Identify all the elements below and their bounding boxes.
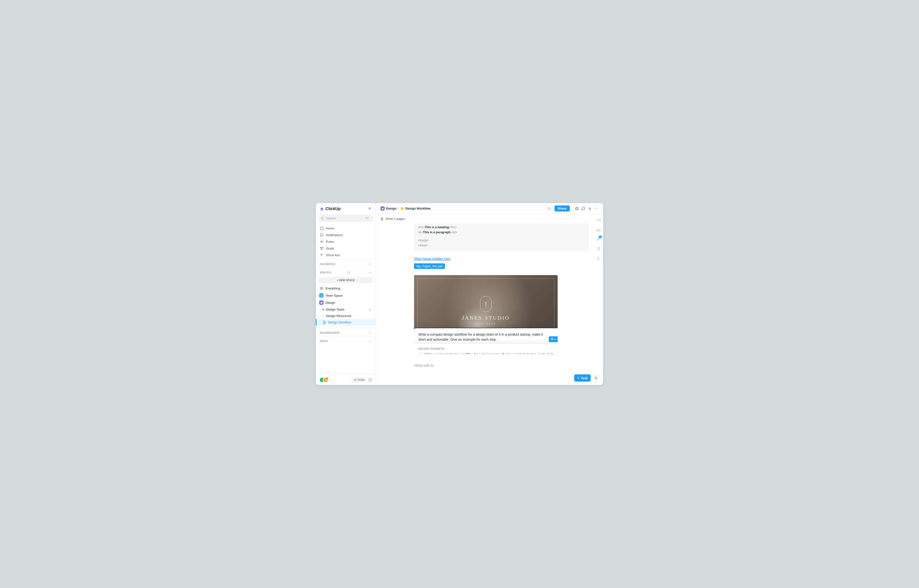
right-rail: Aa 1 bbox=[596, 218, 601, 262]
pencil-icon bbox=[418, 353, 422, 354]
recent-prompt-text: Write a compact design workflow for a de… bbox=[424, 352, 558, 354]
pages-icon bbox=[380, 217, 384, 221]
grid-icon bbox=[319, 286, 324, 291]
status-dot-icon bbox=[323, 315, 324, 317]
nav-home-label: Home bbox=[326, 226, 334, 230]
avatar: JS bbox=[323, 377, 328, 383]
space-everything-label: Everything bbox=[325, 287, 340, 290]
studio-emblem-icon bbox=[480, 296, 492, 312]
chevron-down-icon[interactable] bbox=[330, 378, 333, 381]
design-tasks-count: 2 bbox=[369, 308, 372, 311]
document-icon bbox=[323, 321, 326, 324]
app-window: ClickUp Search ⌘K Home Notifications Pul… bbox=[316, 203, 603, 385]
space-design[interactable]: Design bbox=[316, 299, 375, 306]
help-icon[interactable] bbox=[368, 378, 372, 382]
share-button[interactable]: Share bbox=[555, 205, 570, 212]
arrow-up-icon bbox=[320, 253, 324, 257]
spaces-header[interactable]: SPACES bbox=[316, 268, 375, 276]
pulse-icon bbox=[320, 240, 324, 244]
ai-prompt-text[interactable]: Write a compact design workflow for a de… bbox=[418, 332, 558, 342]
nav-list: Home Notifications Pulse Goals Show less bbox=[316, 224, 375, 259]
dashboards-header[interactable]: DASHBOARDS bbox=[316, 328, 375, 336]
clickup-logo-icon bbox=[320, 207, 324, 211]
tag-button[interactable] bbox=[547, 206, 552, 211]
collapse-sidebar-icon[interactable] bbox=[368, 207, 372, 211]
search-icon bbox=[321, 217, 324, 220]
nav-show-less[interactable]: Show less bbox=[317, 252, 374, 258]
sidebar-item-design-workflow[interactable]: Design Workflow bbox=[316, 319, 375, 326]
ai-submit-button[interactable]: ⌘ ↵ bbox=[549, 336, 558, 342]
wave-emoji-icon: 👋 bbox=[400, 207, 404, 210]
external-link[interactable]: https://www.mobbin.com bbox=[414, 257, 450, 261]
code-block[interactable]: <h1>This is a heading</h1> <p>This is a … bbox=[414, 223, 589, 251]
sidebar-item-design-resources[interactable]: Design Resources bbox=[316, 313, 375, 319]
sidebar: ClickUp Search ⌘K Home Notifications Pul… bbox=[316, 203, 376, 385]
svg-point-10 bbox=[354, 379, 355, 380]
indent-icon[interactable] bbox=[596, 218, 601, 223]
favorites-header[interactable]: FAVORITES bbox=[316, 259, 375, 268]
edit-icon[interactable]: 1 bbox=[596, 237, 600, 242]
spaces-label: SPACES bbox=[320, 271, 331, 274]
apps-grid-icon bbox=[595, 377, 597, 379]
trophy-icon bbox=[320, 246, 324, 250]
search-shortcut: ⌘K bbox=[364, 216, 371, 220]
svg-point-16 bbox=[597, 208, 598, 208]
design-workflow-label: Design Workflow bbox=[328, 321, 351, 324]
new-space-button[interactable]: + NEW SPACE bbox=[318, 277, 373, 283]
user-avatars[interactable]: J JS bbox=[319, 377, 328, 383]
more-icon[interactable] bbox=[594, 207, 598, 210]
download-icon[interactable] bbox=[588, 207, 592, 210]
breadcrumb-page[interactable]: Design Workflow bbox=[405, 207, 430, 210]
recent-prompt-item[interactable]: Write a compact design workflow for a de… bbox=[418, 352, 558, 354]
breadcrumb-space[interactable]: Design bbox=[386, 207, 396, 210]
upload-icon[interactable] bbox=[596, 257, 600, 262]
invite-button[interactable]: Invite bbox=[352, 377, 366, 383]
sidebar-item-design-tasks[interactable]: Design Tasks 2 bbox=[316, 306, 375, 313]
docs-label: DOCS bbox=[320, 340, 328, 342]
nav-pulse[interactable]: Pulse bbox=[317, 238, 374, 245]
breadcrumb: Design / 👋 Design Workflow bbox=[380, 207, 430, 210]
recent-prompts-box: RECENT PROMPTS Write a compact design wo… bbox=[414, 344, 558, 354]
comment-icon[interactable] bbox=[581, 207, 586, 210]
svg-rect-6 bbox=[322, 289, 322, 289]
show-pages-button[interactable]: Show 2 pages bbox=[385, 217, 405, 221]
nav-goals[interactable]: Goals bbox=[317, 245, 374, 252]
ai-prompt-box[interactable]: Write a compact design workflow for a de… bbox=[414, 328, 558, 346]
space-team[interactable]: Team Space bbox=[316, 292, 375, 299]
nav-home[interactable]: Home bbox=[317, 225, 374, 231]
chevron-right-icon bbox=[368, 331, 372, 334]
bell-icon bbox=[320, 233, 324, 237]
embedded-image[interactable]: JANES STUDIO EST. 2023 Write a compact d… bbox=[414, 275, 558, 354]
status-dot-icon bbox=[323, 309, 324, 310]
svg-rect-12 bbox=[382, 208, 383, 209]
nav-goals-label: Goals bbox=[326, 247, 334, 250]
docs-header[interactable]: DOCS bbox=[316, 336, 375, 345]
shuffle-icon[interactable] bbox=[596, 247, 600, 252]
link-row: https://www.mobbin.com bbox=[414, 257, 589, 261]
design-icon bbox=[319, 300, 324, 305]
dashboards-label: DASHBOARDS bbox=[320, 331, 340, 334]
space-everything[interactable]: Everything bbox=[316, 285, 375, 292]
design-resources-label: Design Resources bbox=[326, 314, 351, 318]
design-tasks-label: Design Tasks bbox=[326, 308, 345, 311]
app-name: ClickUp bbox=[325, 207, 341, 211]
svg-point-1 bbox=[321, 241, 322, 242]
plus-icon bbox=[577, 376, 580, 380]
search-input[interactable]: Search ⌘K bbox=[318, 215, 373, 222]
breadcrumb-separator: / bbox=[398, 207, 399, 210]
nav-notifications[interactable]: Notifications bbox=[317, 231, 374, 238]
chevron-down-icon[interactable] bbox=[368, 271, 372, 274]
apps-button[interactable] bbox=[592, 375, 600, 381]
pdf-attachment-chip[interactable]: My_Paper_doc.pdf bbox=[414, 263, 445, 269]
nav-pulse-label: Pulse bbox=[326, 240, 334, 244]
star-icon[interactable] bbox=[575, 207, 579, 210]
search-icon[interactable] bbox=[347, 271, 350, 274]
divider bbox=[572, 207, 573, 211]
new-task-button[interactable]: Task bbox=[574, 375, 591, 381]
logo-row: ClickUp bbox=[316, 203, 375, 215]
studio-est: EST. 2023 bbox=[462, 323, 510, 325]
svg-rect-4 bbox=[322, 287, 322, 288]
font-icon[interactable]: Aa bbox=[596, 228, 601, 232]
document-content[interactable]: <h1>This is a heading</h1> <p>This is a … bbox=[376, 223, 603, 385]
svg-point-8 bbox=[322, 295, 322, 295]
